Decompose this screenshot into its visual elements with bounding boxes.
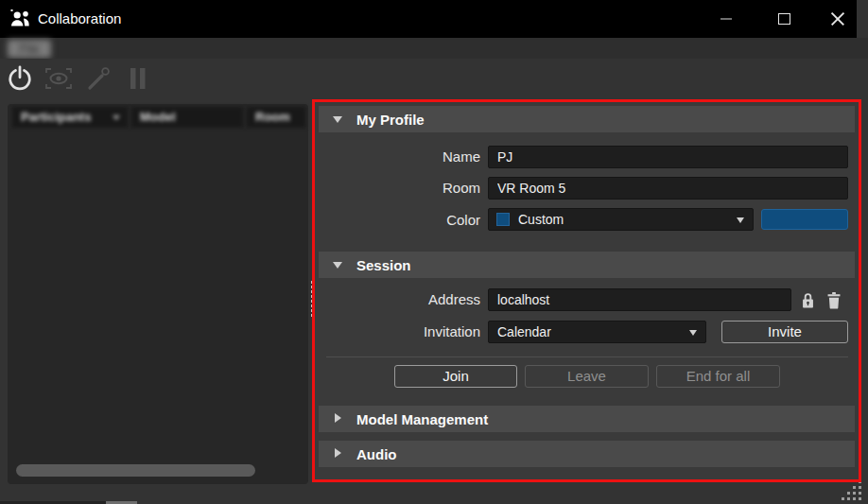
power-button[interactable] bbox=[3, 61, 37, 96]
lock-icon bbox=[801, 291, 815, 309]
room-label: Room bbox=[359, 177, 480, 200]
pointer-wand-icon bbox=[85, 65, 112, 92]
name-label: Name bbox=[359, 146, 480, 168]
section-header-model-management[interactable]: Model Management bbox=[319, 406, 855, 432]
invitation-label: Invitation bbox=[359, 321, 480, 343]
settings-panel: My Profile Name Room Color Custom Sessio… bbox=[314, 101, 860, 481]
address-label: Address bbox=[359, 288, 480, 311]
chevron-right-icon bbox=[335, 413, 341, 423]
collaboration-window: Collaboration File bbox=[0, 0, 868, 504]
menu-bar: File bbox=[0, 38, 868, 59]
invitation-dropdown-value: Calendar bbox=[497, 324, 551, 339]
sort-arrow-icon bbox=[113, 115, 120, 120]
column-header-model[interactable]: Model bbox=[131, 107, 243, 128]
chevron-right-icon bbox=[335, 448, 341, 458]
divider bbox=[326, 356, 848, 357]
chevron-down-icon bbox=[333, 262, 342, 269]
name-input[interactable] bbox=[488, 146, 848, 168]
participants-table: Participants Model Room bbox=[8, 104, 308, 484]
column-header-room[interactable]: Room bbox=[247, 107, 305, 128]
panel-splitter[interactable] bbox=[311, 281, 312, 317]
eye-scan-icon bbox=[43, 65, 74, 92]
column-header-participants[interactable]: Participants bbox=[12, 107, 128, 128]
title-bar: Collaboration bbox=[0, 0, 857, 38]
chevron-down-icon bbox=[689, 330, 697, 336]
lock-address-button[interactable] bbox=[799, 289, 816, 310]
menu-item-file[interactable]: File bbox=[8, 40, 51, 58]
close-button[interactable] bbox=[817, 0, 859, 38]
custom-color-button[interactable] bbox=[761, 209, 848, 230]
end-for-all-button[interactable]: End for all bbox=[656, 365, 780, 388]
section-title: My Profile bbox=[356, 112, 425, 128]
minimize-button[interactable] bbox=[705, 0, 747, 38]
horizontal-scrollbar[interactable] bbox=[16, 464, 255, 477]
column-label: Room bbox=[255, 110, 290, 124]
toolbar bbox=[0, 59, 868, 98]
section-header-my-profile[interactable]: My Profile bbox=[319, 106, 855, 132]
invite-button[interactable]: Invite bbox=[721, 321, 848, 343]
color-dropdown[interactable]: Custom bbox=[488, 208, 754, 231]
section-header-session[interactable]: Session bbox=[319, 252, 855, 278]
resize-grip-icon[interactable] bbox=[842, 480, 863, 502]
section-title: Audio bbox=[356, 446, 397, 462]
column-label: Model bbox=[140, 110, 176, 124]
chevron-down-icon bbox=[737, 217, 744, 223]
section-title: Session bbox=[356, 257, 411, 273]
section-title: Model Management bbox=[356, 411, 488, 427]
color-dropdown-value: Custom bbox=[518, 212, 564, 227]
pointer-button[interactable] bbox=[81, 61, 115, 96]
join-button[interactable]: Join bbox=[394, 365, 517, 388]
invitation-dropdown[interactable]: Calendar bbox=[488, 321, 706, 343]
pause-button[interactable] bbox=[121, 61, 155, 96]
trash-icon bbox=[826, 291, 842, 309]
color-swatch bbox=[496, 213, 510, 226]
clear-address-button[interactable] bbox=[825, 289, 842, 310]
address-input[interactable] bbox=[488, 288, 791, 311]
room-input[interactable] bbox=[488, 177, 848, 200]
minimize-icon bbox=[720, 18, 732, 20]
pause-icon bbox=[127, 66, 149, 91]
section-header-audio[interactable]: Audio bbox=[319, 441, 855, 467]
leave-button[interactable]: Leave bbox=[525, 365, 649, 388]
maximize-icon bbox=[778, 13, 790, 25]
color-label: Color bbox=[359, 209, 480, 232]
power-icon bbox=[6, 64, 34, 93]
window-title: Collaboration bbox=[38, 0, 121, 38]
close-icon bbox=[830, 11, 845, 26]
observe-button[interactable] bbox=[42, 61, 76, 96]
column-label: Participants bbox=[21, 110, 91, 124]
people-icon bbox=[9, 9, 32, 29]
maximize-button[interactable] bbox=[763, 0, 805, 38]
chevron-down-icon bbox=[333, 116, 342, 123]
